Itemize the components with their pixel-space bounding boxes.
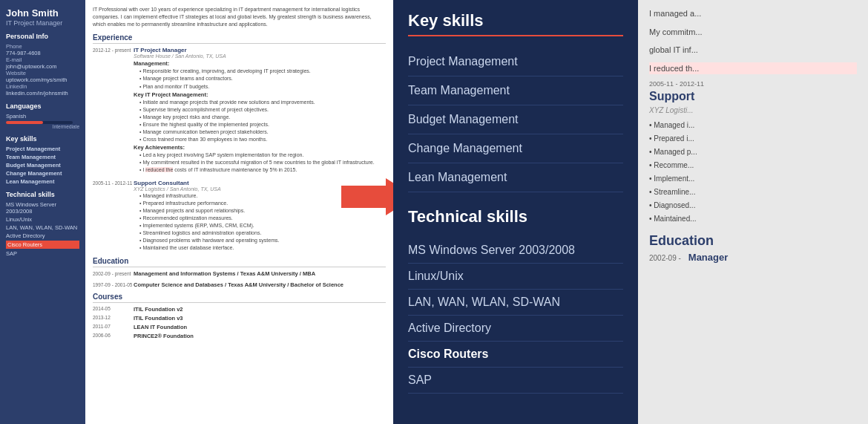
job2-bullet8: Maintained the user database interface.: [139, 244, 386, 251]
course3-name: LEAN IT Foundation: [134, 324, 187, 330]
tech-skill-6: SAP: [6, 250, 79, 257]
job1-ach-bullet2: My commitment resulted in the successful…: [139, 159, 386, 166]
sidebar: John Smith IT Project Manager Personal I…: [0, 0, 85, 424]
education-heading: Education: [93, 257, 386, 267]
job1-subtitle3: Key Achievements:: [134, 144, 386, 151]
svg-marker-0: [341, 178, 393, 215]
red-arrow-icon: [341, 178, 393, 215]
zoom-key-skill-5: Lean Management: [408, 163, 623, 192]
tech-skill-1: MS Windows Server 2003/2008: [6, 201, 79, 215]
key-skill-3: Budget Management: [6, 162, 79, 169]
zoom-right-text1: I managed a...: [649, 7, 857, 20]
zoom-bullet-5: • Implement...: [649, 174, 857, 184]
zoom-panel: Key skills Project Management Team Manag…: [393, 0, 868, 424]
key-skill-5: Lean Management: [6, 178, 79, 185]
zoom-edu-row: 2002-09 - Manager: [649, 252, 857, 263]
zoom-bullet-8: • Maintained...: [649, 214, 857, 224]
courses-heading: Courses: [93, 293, 386, 303]
course4-date: 2006-06: [93, 333, 134, 339]
zoom-tech-skill-cisco: Cisco Routers: [408, 342, 623, 368]
zoom-right-text4: I reduced th...: [649, 62, 857, 75]
job1-key-bullet6: Cross trained more than 30 employees in …: [139, 136, 386, 143]
job1-key-bullet2: Supervise timely accomplishment of proje…: [139, 106, 386, 113]
course1-date: 2014-05: [93, 306, 134, 313]
key-skill-2: Team Management: [6, 154, 79, 160]
zoom-right-text2: My commitm...: [649, 26, 857, 39]
job1-key-bullet5: Manage communication between project sta…: [139, 128, 386, 135]
tech-skill-2: Linux/Unix: [6, 216, 79, 223]
job1-company: Software House / San Antonio, TX, USA: [134, 53, 386, 59]
language-spanish: Spanish: [6, 113, 79, 120]
job1-key-bullet3: Manage key project risks and change.: [139, 114, 386, 120]
languages-heading: Languages: [6, 102, 79, 110]
job1-date: 2012-12 - present: [93, 47, 134, 173]
edu1-date: 2002-09 - present: [93, 270, 134, 277]
zoom-edu-date: 2002-09 -: [649, 254, 681, 262]
job1-key-bullet4: Ensure the highest quality of the implem…: [139, 121, 386, 128]
zoom-tech-skill-2: Linux/Unix: [408, 264, 623, 290]
course-item-2: 2013-12 ITIL Foundation v3: [93, 315, 386, 322]
zoom-support-date: 2005-11 - 2012-11: [649, 80, 857, 88]
job1-bullet1: Responsible for creating, improving, and…: [139, 68, 386, 74]
edu1-degree: Management and Information Systems / Tex…: [134, 270, 386, 277]
linkedin-value: linkedin.com/in/johnsmith: [6, 90, 79, 97]
phone-label: Phone: [6, 43, 79, 50]
job1-subtitle2: Key IT Project Management:: [134, 91, 386, 98]
website-label: Website: [6, 70, 79, 76]
personal-info-heading: Personal Info: [6, 33, 79, 40]
zoom-tech-skill-1: MS Windows Server 2003/2008: [408, 238, 623, 264]
course-item-4: 2006-06 PRINCE2® Foundation: [93, 333, 386, 339]
phone-value: 774-987-4608: [6, 50, 79, 56]
zoom-key-skill-1: Project Management: [408, 48, 623, 76]
zoom-bullet-2: • Prepared i...: [649, 134, 857, 144]
edu1-details: Management and Information Systems / Tex…: [134, 270, 386, 277]
zoom-bullet-6: • Streamline...: [649, 187, 857, 198]
zoom-right-text3: global IT inf...: [649, 44, 857, 56]
job2-bullet5: Implemented systems (ERP, WMS, CRM, ECM)…: [139, 222, 386, 229]
tech-skill-4: Active Directory: [6, 232, 79, 239]
reduced-highlight: reduced the: [145, 167, 173, 172]
job1-title: IT Project Manager: [134, 47, 386, 53]
course-item-1: 2014-05 ITIL Foundation v2: [93, 306, 386, 313]
zoom-support-title: Support: [649, 90, 857, 103]
course3-date: 2011-07: [93, 324, 134, 330]
zoom-bullet-3: • Managed p...: [649, 147, 857, 157]
intro-text: IT Professional with over 10 years of ex…: [93, 6, 386, 27]
linkedin-label: LinkedIn: [6, 83, 79, 90]
zoom-key-skill-3: Budget Management: [408, 105, 623, 134]
zoom-tech-skill-4: Active Directory: [408, 316, 623, 342]
edu2-degree: Computer Science and Databases / Texas A…: [134, 281, 386, 288]
zoom-key-skill-4: Change Management: [408, 134, 623, 163]
job2-bullet7: Diagnosed problems with hardware and ope…: [139, 237, 386, 244]
zoom-tech-skill-3: LAN, WAN, WLAN, SD-WAN: [408, 290, 623, 316]
job2-bullet6: Streamlined logistics and administration…: [139, 229, 386, 236]
zoom-support-company: XYZ Logisti...: [649, 106, 857, 114]
tech-skill-3: LAN, WAN, WLAN, SD-WAN: [6, 224, 79, 231]
zoom-tech-skill-6: SAP: [408, 368, 623, 394]
zoom-tech-skills-title: Technical skills: [408, 207, 623, 226]
job1-ach-bullet1: Led a key project involving SAP system i…: [139, 151, 386, 158]
job1-ach-bullet3: I reduced the costs of IT infrastructure…: [139, 166, 386, 173]
website-value: uptowork.com/mys/smith: [6, 76, 79, 83]
edu2-date: 1997-09 - 2001-05: [93, 281, 134, 288]
key-skill-1: Project Management: [6, 146, 79, 152]
zoom-bullet-1: • Managed i...: [649, 120, 857, 131]
email-value: john@uptowork.com: [6, 63, 79, 70]
zoom-key-skill-2: Team Management: [408, 76, 623, 105]
zoom-key-skills-title: Key skills: [408, 11, 623, 36]
course2-date: 2013-12: [93, 315, 134, 322]
job1-bullet2: Manage project teams and contractors.: [139, 75, 386, 82]
course1-name: ITIL Foundation v2: [134, 306, 183, 313]
edu-item-2: 1997-09 - 2001-05 Computer Science and D…: [93, 281, 386, 288]
key-skills-heading: Key skills: [6, 135, 79, 143]
tech-skills-heading: Technical skills: [6, 191, 79, 198]
zoom-bullet-4: • Recomme...: [649, 160, 857, 171]
candidate-name: John Smith: [6, 7, 79, 19]
job2-date: 2005-11 - 2012-11: [93, 180, 134, 252]
edu2-details: Computer Science and Databases / Texas A…: [134, 281, 386, 288]
course2-name: ITIL Foundation v3: [134, 315, 183, 322]
job1-key-bullet1: Initiate and manage projects that provid…: [139, 99, 386, 105]
course-item-3: 2011-07 LEAN IT Foundation: [93, 324, 386, 330]
tech-skill-cisco-highlighted: Cisco Routers: [6, 241, 79, 249]
zoom-left-column: Key skills Project Management Team Manag…: [393, 0, 638, 424]
